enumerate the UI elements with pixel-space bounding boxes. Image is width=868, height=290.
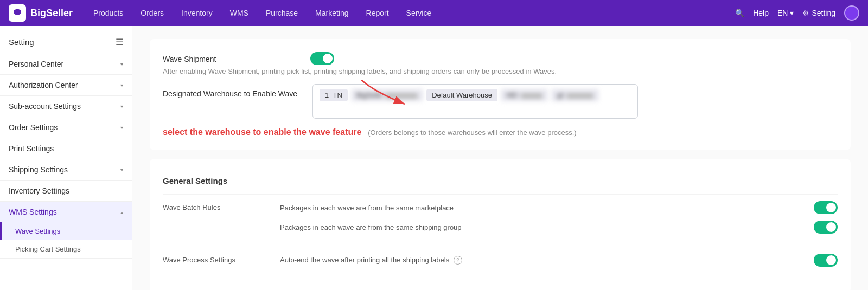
avatar[interactable] [844,5,859,21]
nav-help[interactable]: Help [753,9,769,17]
sidebar-item-order-settings[interactable]: Order Settings ▾ [0,117,132,138]
warehouse-tag-default[interactable]: Default Warehouse [426,89,497,101]
sidebar-section-personal: Personal Center ▾ [0,54,132,75]
lang-label: EN [777,9,788,17]
nav-lang[interactable]: EN ▾ [777,9,794,17]
sidebar-item-sub-account-settings[interactable]: Sub-account Settings ▾ [0,96,132,117]
chevron-down-icon: ▾ [790,9,794,17]
main-content: Wave Shipment After enabling Wave Shipme… [132,26,868,290]
designated-warehouse-row: Designated Warehouse to Enable Wave 1_TN… [163,84,838,119]
layout: Setting ☰ Personal Center ▾ Authorizatio… [0,26,868,290]
logo-text: BigSeller [30,8,73,19]
sidebar-sub-item-picking-cart-settings[interactable]: Picking Cart Settings [0,240,132,258]
gear-icon: ⚙ [802,9,809,17]
nav-inventory[interactable]: Inventory [174,5,220,21]
sidebar-section-auth: Authorization Center ▾ [0,75,132,96]
chevron-up-icon: ▴ [120,209,123,215]
general-settings-title: General Settings [163,176,838,185]
nav-orders[interactable]: Orders [133,5,171,21]
sidebar-item-inventory-settings[interactable]: Inventory Settings [0,181,132,201]
wave-warning-sub-text: (Orders belongs to those warehouses will… [368,128,576,137]
wave-shipment-label: Wave Shipment [163,54,304,63]
warehouse-tag-yjl[interactable]: yjl [551,89,599,101]
sidebar-section-print: Print Settings [0,138,132,159]
wave-batch-rules-label: Wave Batch Rules [163,201,271,211]
nav-service[interactable]: Service [399,5,439,21]
sidebar-item-wms-settings[interactable]: WMS Settings ▴ [0,202,132,222]
sidebar-item-print-settings[interactable]: Print Settings [0,138,132,159]
nav-items: Products Orders Inventory WMS Purchase M… [86,5,735,21]
wave-shipment-label-group: Wave Shipment After enabling Wave Shipme… [163,52,557,75]
wave-process-setting-0: Auto-end the wave after printing all the… [280,254,838,267]
nav-wms[interactable]: WMS [222,5,256,21]
wave-warning: select the warehouse to enable the wave … [163,127,838,137]
logo-icon [9,4,26,22]
chevron-down-icon: ▾ [120,167,123,173]
chevron-down-icon: ▾ [120,125,123,131]
sidebar-section-shipping: Shipping Settings ▾ [0,159,132,181]
sidebar-item-personal-center[interactable]: Personal Center ▾ [0,54,132,74]
nav-right: 🔍 Help EN ▾ ⚙ Setting [735,5,859,21]
wave-shipment-card: Wave Shipment After enabling Wave Shipme… [150,39,851,150]
wave-shipment-description: After enabling Wave Shipment, printing p… [163,67,557,75]
wave-batch-rule-1-text: Packages in each wave are from the same … [280,223,807,231]
nav-products[interactable]: Products [86,5,131,21]
nav-setting[interactable]: ⚙ Setting [802,9,835,17]
wave-batch-rule-1-toggle[interactable] [814,221,838,234]
sidebar-section-inventory: Inventory Settings [0,181,132,202]
search-icon: 🔍 [735,9,744,17]
warehouse-area[interactable]: 1_TN BigSelle Default Warehouse HEI [312,84,638,119]
wave-process-settings-section: Wave Process Settings Auto-end the wave … [163,247,838,280]
logo[interactable]: BigSeller [9,4,73,22]
wave-process-setting-0-text: Auto-end the wave after printing all the… [280,256,807,265]
warehouse-tag-1tn[interactable]: 1_TN [320,89,348,101]
chevron-down-icon: ▾ [120,61,123,67]
wave-batch-rule-1: Packages in each wave are from the same … [280,221,838,234]
warehouse-tag-hei[interactable]: HEI [501,89,548,101]
wave-shipment-toggle[interactable] [310,52,334,65]
wave-process-setting-0-toggle[interactable] [814,254,838,267]
chevron-down-icon: ▾ [120,82,123,88]
wave-warning-main-text: select the warehouse to enable the wave … [163,127,361,137]
sidebar-item-authorization-center[interactable]: Authorization Center ▾ [0,75,132,95]
warehouse-tag-bigselle[interactable]: BigSelle [351,89,423,101]
designated-warehouse-label: Designated Warehouse to Enable Wave [163,84,304,98]
wave-process-settings-label: Wave Process Settings [163,254,271,264]
sidebar-section-order: Order Settings ▾ [0,117,132,138]
sidebar: Setting ☰ Personal Center ▾ Authorizatio… [0,26,132,290]
help-label: Help [753,9,769,17]
wave-batch-rule-0-toggle[interactable] [814,201,838,214]
menu-icon[interactable]: ☰ [116,37,123,47]
nav-marketing[interactable]: Marketing [308,5,356,21]
top-nav: BigSeller Products Orders Inventory WMS … [0,0,868,26]
nav-report[interactable]: Report [359,5,397,21]
general-settings-card: General Settings Wave Batch Rules Packag… [150,159,851,290]
sidebar-section-subaccount: Sub-account Settings ▾ [0,96,132,117]
sidebar-item-shipping-settings[interactable]: Shipping Settings ▾ [0,159,132,180]
nav-search[interactable]: 🔍 [735,9,744,17]
wave-batch-rules-section: Wave Batch Rules Packages in each wave a… [163,194,838,247]
wave-shipment-row: Wave Shipment After enabling Wave Shipme… [163,52,838,75]
nav-purchase[interactable]: Purchase [258,5,305,21]
wave-process-settings-body: Auto-end the wave after printing all the… [280,254,838,273]
wave-batch-rule-0-text: Packages in each wave are from the same … [280,204,807,212]
wave-batch-rules-body: Packages in each wave are from the same … [280,201,838,240]
sidebar-section-wms: WMS Settings ▴ Wave Settings Picking Car… [0,202,132,259]
sidebar-header: Setting ☰ [0,30,132,54]
chevron-down-icon: ▾ [120,104,123,109]
wave-batch-rule-0: Packages in each wave are from the same … [280,201,838,214]
sidebar-title: Setting [9,37,34,47]
setting-label: Setting [812,9,835,17]
sidebar-sub-item-wave-settings[interactable]: Wave Settings [0,222,132,240]
help-icon[interactable]: ? [454,256,462,265]
